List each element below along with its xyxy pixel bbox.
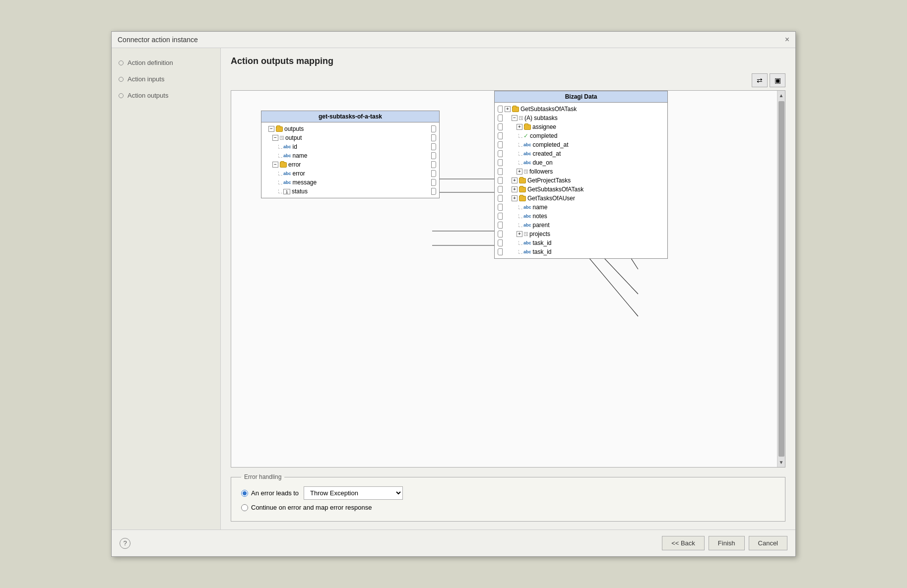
connector-arrow-left	[498, 106, 503, 113]
error-handling-legend: Error handling	[241, 473, 284, 480]
tree-row: abc notes	[495, 212, 667, 221]
check-icon: ✓	[523, 132, 528, 139]
cancel-button[interactable]: Cancel	[749, 536, 787, 550]
tree-row: − ⚿ output	[261, 133, 439, 142]
help-icon[interactable]: ?	[120, 538, 130, 549]
expand-icon[interactable]: +	[517, 231, 522, 237]
error-radio-1[interactable]	[241, 490, 248, 497]
finish-button[interactable]: Finish	[709, 536, 745, 550]
abc-icon: abc	[523, 205, 531, 210]
tree-row: + ⚿ followers	[495, 167, 667, 176]
vertical-scrollbar[interactable]: ▲ ▼	[777, 91, 785, 467]
sidebar-label-action-definition: Action definition	[128, 59, 173, 66]
error-row-1: An error leads to Throw Exception Contin…	[241, 486, 775, 500]
scroll-down-arrow[interactable]: ▼	[778, 459, 785, 466]
expand-icon[interactable]: −	[268, 126, 274, 132]
tree-row: abc due_on	[495, 158, 667, 167]
tree-row: + GetProjectTasks	[495, 176, 667, 185]
tree-row: − outputs	[261, 124, 439, 133]
right-box-header: Bizagi Data	[495, 91, 667, 103]
connector-arrow-left	[498, 231, 503, 237]
folder-icon	[512, 107, 519, 112]
folder-icon	[276, 126, 283, 132]
tree-row: − error	[261, 160, 439, 169]
folder-icon	[519, 187, 526, 192]
key-icon: ⚿	[524, 169, 528, 174]
connector-arrow-left	[498, 239, 503, 246]
tree-row: abc parent	[495, 221, 667, 230]
scroll-up-arrow[interactable]: ▲	[778, 92, 785, 99]
expand-icon[interactable]: −	[272, 162, 278, 168]
bullet-icon	[119, 60, 124, 65]
footer: ? << Back Finish Cancel	[112, 529, 795, 556]
abc-icon: abc	[523, 214, 531, 219]
connector-arrow	[431, 152, 436, 159]
connector-arrow-left	[498, 168, 503, 175]
error-option-1-label: An error leads to	[241, 489, 299, 497]
sidebar-item-action-definition[interactable]: Action definition	[117, 58, 215, 67]
connector-arrow-left	[498, 115, 503, 121]
close-button[interactable]: ×	[785, 36, 789, 44]
connector-arrow	[431, 125, 436, 132]
sidebar-item-action-outputs[interactable]: Action outputs	[117, 91, 215, 100]
connector-arrow-left	[498, 195, 503, 202]
abc-icon: abc	[523, 160, 531, 165]
layout-btn-1[interactable]: ⇄	[752, 73, 768, 87]
left-box-header: get-subtasks-of-a-task	[261, 111, 439, 122]
abc-icon: abc	[523, 151, 531, 156]
error-row-2: Continue on error and map error response	[241, 504, 775, 511]
tree-row: abc message	[261, 178, 439, 187]
bullet-icon	[119, 77, 124, 82]
expand-icon[interactable]: −	[512, 115, 518, 121]
abc-icon: abc	[523, 240, 531, 245]
abc-icon: abc	[283, 180, 291, 185]
back-button[interactable]: << Back	[662, 536, 705, 550]
layout-btn-2[interactable]: ▣	[770, 73, 785, 87]
error-option-2-text: Continue on error and map error response	[251, 504, 372, 511]
error-option-1-text: An error leads to	[251, 489, 299, 497]
mapping-canvas[interactable]: get-subtasks-of-a-task − outputs	[231, 91, 777, 467]
tree-row: abc id	[261, 142, 439, 151]
connector-arrow	[431, 134, 436, 141]
connector-arrow	[431, 179, 436, 186]
dialog-title: Connector action instance	[118, 36, 198, 44]
error-option-2-label: Continue on error and map error response	[241, 504, 372, 511]
abc-icon: abc	[283, 171, 291, 176]
tree-row: + assignee	[495, 122, 667, 131]
connector-arrow-left	[498, 204, 503, 211]
tree-row: abc error	[261, 169, 439, 178]
folder-icon	[280, 162, 287, 168]
tree-row: 1 status	[261, 187, 439, 196]
connector-arrow-left	[498, 248, 503, 255]
sidebar-item-action-inputs[interactable]: Action inputs	[117, 74, 215, 84]
folder-icon	[519, 178, 526, 183]
connector-arrow-left	[498, 150, 503, 157]
tree-row: + ⚿ projects	[495, 230, 667, 238]
right-box: Bizagi Data + GetSubtasksOfATask	[494, 91, 668, 259]
error-dropdown[interactable]: Throw Exception Continue Retry	[304, 486, 403, 500]
expand-icon[interactable]: +	[512, 195, 518, 201]
sidebar: Action definition Action inputs Action o…	[112, 48, 221, 529]
expand-icon[interactable]: −	[272, 135, 278, 141]
connector-arrow	[431, 143, 436, 150]
page-title: Action outputs mapping	[231, 56, 785, 66]
connector-arrow-left	[498, 159, 503, 166]
connector-arrow-left	[498, 177, 503, 184]
tree-row: + GetTasksOfAUser	[495, 194, 667, 203]
num-icon: 1	[283, 189, 290, 194]
toolbar-row: ⇄ ▣	[231, 73, 785, 87]
abc-icon: abc	[523, 223, 531, 228]
abc-icon: abc	[523, 249, 531, 254]
connector-arrow-left	[498, 132, 503, 139]
expand-icon[interactable]: +	[505, 106, 511, 112]
expand-icon[interactable]: +	[517, 169, 522, 175]
sidebar-label-action-inputs: Action inputs	[128, 75, 164, 83]
error-radio-2[interactable]	[241, 504, 248, 511]
abc-icon: abc	[283, 144, 291, 149]
mapping-area: get-subtasks-of-a-task − outputs	[231, 90, 785, 468]
expand-icon[interactable]: +	[517, 124, 522, 130]
expand-icon[interactable]: +	[512, 177, 518, 183]
scroll-thumb[interactable]	[778, 101, 784, 457]
tree-row: + GetSubtasksOfATask	[495, 105, 667, 114]
expand-icon[interactable]: +	[512, 186, 518, 192]
